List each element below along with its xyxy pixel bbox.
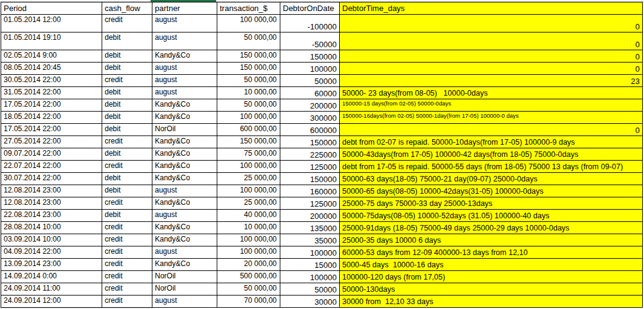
cell-period[interactable]: 18.05.2014 22:00	[1, 112, 102, 124]
cell-partner[interactable]: Kandy&Co	[152, 161, 217, 173]
cell-debtor-on-date[interactable]: 300000	[280, 112, 340, 124]
cell-debtor-time-days[interactable]: 0	[340, 63, 643, 75]
cell-cash-flow[interactable]: debit	[102, 185, 152, 197]
cell-debtor-on-date[interactable]: -100000	[280, 15, 340, 32]
cell-cash-flow[interactable]: debit	[102, 173, 152, 185]
column-header-cash-flow[interactable]: cash_flow	[102, 2, 152, 15]
cell-transaction[interactable]: 25 000,00	[217, 173, 280, 185]
cell-period[interactable]: 22.07.2014 22:00	[1, 161, 102, 173]
cell-period[interactable]: 04.09.2014 22:00	[1, 246, 102, 259]
cell-cash-flow[interactable]: credit	[102, 197, 152, 210]
cell-debtor-on-date[interactable]: 50000	[280, 283, 340, 296]
cell-partner[interactable]: august	[152, 32, 217, 50]
cell-partner[interactable]: Kandy&Co	[152, 136, 217, 148]
cell-partner[interactable]: NorOil	[152, 124, 217, 136]
cell-debtor-on-date[interactable]: 200000	[280, 99, 340, 112]
cell-cash-flow[interactable]: debit	[102, 63, 152, 75]
cell-period[interactable]: 22.08.2014 23:00	[1, 210, 102, 222]
cell-period[interactable]: 30.07.2014 22:00	[1, 173, 102, 185]
cell-debtor-time-days[interactable]: 23	[340, 75, 643, 87]
cell-debtor-on-date[interactable]: 30000	[280, 296, 340, 308]
cell-debtor-time-days[interactable]: 0	[340, 124, 643, 136]
cell-period[interactable]: 01.05.2014 19:10	[1, 32, 102, 50]
cell-debtor-on-date[interactable]: 125000	[280, 161, 340, 173]
cell-transaction[interactable]: 25 000,00	[217, 197, 280, 210]
cell-transaction[interactable]: 50 000,00	[217, 75, 280, 87]
cell-transaction[interactable]: 50 000,00	[217, 99, 280, 112]
cell-partner[interactable]: Kandy&Co	[152, 259, 217, 271]
cell-partner[interactable]: Kandy&Co	[152, 112, 217, 124]
cell-period[interactable]: 08.05.2014 20:45	[1, 63, 102, 75]
cell-period[interactable]: 09.07.2014 22:00	[1, 148, 102, 161]
cell-transaction[interactable]: 50 000,00	[217, 283, 280, 296]
cell-debtor-on-date[interactable]: 15000	[280, 259, 340, 271]
cell-transaction[interactable]: 40 000,00	[217, 210, 280, 222]
cell-period[interactable]: 01.05.2014 12:00	[1, 15, 102, 32]
cell-period[interactable]: 28.08.2014 10:00	[1, 222, 102, 234]
cell-debtor-on-date[interactable]: 50000	[280, 75, 340, 87]
cell-debtor-on-date[interactable]: 150000	[280, 50, 340, 63]
cell-partner[interactable]: august	[152, 210, 217, 222]
cell-partner[interactable]: Kandy&Co	[152, 222, 217, 234]
cell-period[interactable]: 03.09.2014 10:00	[1, 234, 102, 246]
cell-period[interactable]: 24.09.2014 12:00	[1, 296, 102, 308]
cell-period[interactable]: 17.05.2014 22:00	[1, 124, 102, 136]
cell-debtor-time-days[interactable]: 60000-53 days from 12-09 400000-13 days …	[340, 246, 643, 259]
cell-cash-flow[interactable]: debit	[102, 50, 152, 63]
cell-debtor-time-days[interactable]: 25000-91days (18-05) 75000-49 days 25000…	[340, 222, 643, 234]
cell-partner[interactable]: Kandy&Co	[152, 50, 217, 63]
cell-cash-flow[interactable]: debit	[102, 87, 152, 99]
cell-debtor-time-days[interactable]: 5000-45 days 10000-16 days	[340, 259, 643, 271]
cell-cash-flow[interactable]: debit	[102, 124, 152, 136]
cell-partner[interactable]: NorOil	[152, 271, 217, 283]
cell-cash-flow[interactable]: credit	[102, 283, 152, 296]
cell-partner[interactable]: Kandy&Co	[152, 234, 217, 246]
cell-transaction[interactable]: 150 000,00	[217, 136, 280, 148]
cell-partner[interactable]: august	[152, 75, 217, 87]
cell-cash-flow[interactable]: debit	[102, 99, 152, 112]
cell-transaction[interactable]: 50 000,00	[217, 32, 280, 50]
cell-debtor-time-days[interactable]: 0	[340, 32, 643, 50]
column-header-period[interactable]: Period	[1, 2, 102, 15]
cell-cash-flow[interactable]: credit	[102, 75, 152, 87]
cell-cash-flow[interactable]: debit	[102, 148, 152, 161]
cell-debtor-time-days[interactable]: 25000-75 days 75000-33 day 25000-13days	[340, 197, 643, 210]
cell-debtor-time-days[interactable]: 50000-43days(from 17-05) 100000-42 days(…	[340, 148, 643, 161]
cell-debtor-time-days[interactable]: 0	[340, 15, 643, 32]
cell-transaction[interactable]: 75 000,00	[217, 148, 280, 161]
cell-period[interactable]: 12.08.2014 23:00	[1, 185, 102, 197]
cell-partner[interactable]: august	[152, 87, 217, 99]
cell-partner[interactable]: Kandy&Co	[152, 173, 217, 185]
cell-debtor-on-date[interactable]: 150000	[280, 173, 340, 185]
cell-transaction[interactable]: 100 000,00	[217, 234, 280, 246]
cell-transaction[interactable]: 100 000,00	[217, 185, 280, 197]
column-header-debtor-on-date[interactable]: DebtorOnDate	[280, 2, 340, 15]
cell-cash-flow[interactable]: credit	[102, 136, 152, 148]
cell-partner[interactable]: Kandy&Co	[152, 148, 217, 161]
cell-transaction[interactable]: 10 000,00	[217, 87, 280, 99]
cell-cash-flow[interactable]: credit	[102, 234, 152, 246]
cell-debtor-time-days[interactable]: 50000-75days(08-05) 10000-52days (31.05)…	[340, 210, 643, 222]
cell-cash-flow[interactable]: debit	[102, 32, 152, 50]
cell-debtor-time-days[interactable]: 50000-130days	[340, 283, 643, 296]
cell-debtor-time-days[interactable]: 50000-63 days(18-05) 75000-21 day(09-07)…	[340, 173, 643, 185]
cell-period[interactable]: 31.05.2014 22:00	[1, 87, 102, 99]
cell-debtor-on-date[interactable]: 225000	[280, 148, 340, 161]
cell-period[interactable]: 02.05.2014 9:00	[1, 50, 102, 63]
cell-partner[interactable]: august	[152, 246, 217, 259]
cell-partner[interactable]: Kandy&Co	[152, 99, 217, 112]
cell-cash-flow[interactable]: credit	[102, 222, 152, 234]
cell-debtor-time-days[interactable]: 0	[340, 50, 643, 63]
cell-debtor-on-date[interactable]: 100000	[280, 63, 340, 75]
cell-transaction[interactable]: 70 000,00	[217, 296, 280, 308]
cell-debtor-time-days[interactable]: 150000-15 days(from 02-05) 50000-0days	[340, 99, 643, 112]
cell-transaction[interactable]: 10 000,00	[217, 222, 280, 234]
cell-debtor-on-date[interactable]: 200000	[280, 210, 340, 222]
cell-debtor-on-date[interactable]: 600000	[280, 124, 340, 136]
cell-partner[interactable]: august	[152, 15, 217, 32]
cell-debtor-time-days[interactable]: debt from 02-07 is repaid. 50000-10days(…	[340, 136, 643, 148]
cell-debtor-on-date[interactable]: 35000	[280, 234, 340, 246]
cell-debtor-on-date[interactable]: 135000	[280, 222, 340, 234]
cell-period[interactable]: 14.09.2014 0:00	[1, 271, 102, 283]
cell-transaction[interactable]: 150 000,00	[217, 50, 280, 63]
